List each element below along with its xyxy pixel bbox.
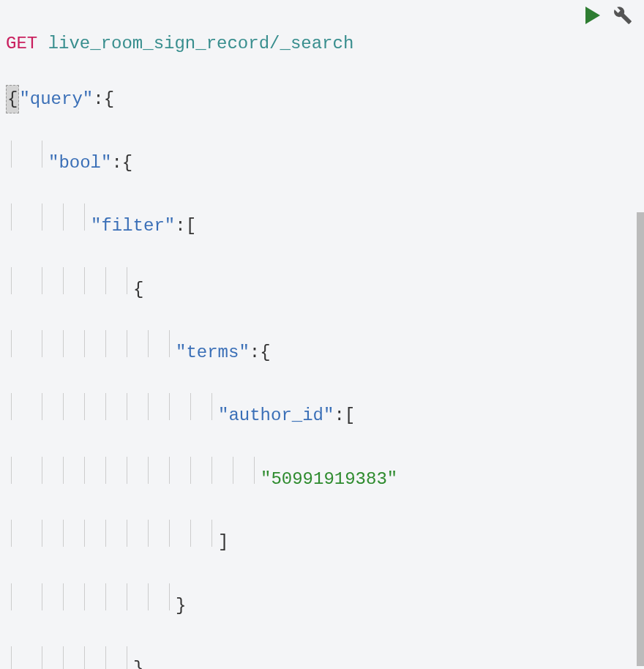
code-line: "terms":{	[6, 330, 638, 366]
author-id-value: "50991919383"	[261, 466, 397, 493]
endpoint-path: live_room_sign_record/_search	[48, 30, 354, 57]
code-line: "bool":{	[6, 141, 638, 176]
code-line: }	[6, 583, 638, 619]
scrollbar[interactable]	[637, 212, 644, 666]
request-line: GET live_room_sign_record/_search	[6, 30, 638, 57]
code-line: ]	[6, 520, 638, 556]
code-line: "filter":[	[6, 203, 638, 239]
code-line: },	[6, 646, 638, 669]
code-line: "author_id":[	[6, 393, 638, 429]
run-query-button[interactable]	[585, 7, 600, 24]
code-editor[interactable]: GET live_room_sign_record/_search {"quer…	[0, 0, 644, 669]
code-line: {	[6, 267, 638, 303]
code-line: {"query":{	[6, 85, 638, 113]
http-method: GET	[6, 30, 37, 57]
wrench-icon[interactable]	[613, 6, 632, 25]
code-line: "50991919383"	[6, 457, 638, 493]
